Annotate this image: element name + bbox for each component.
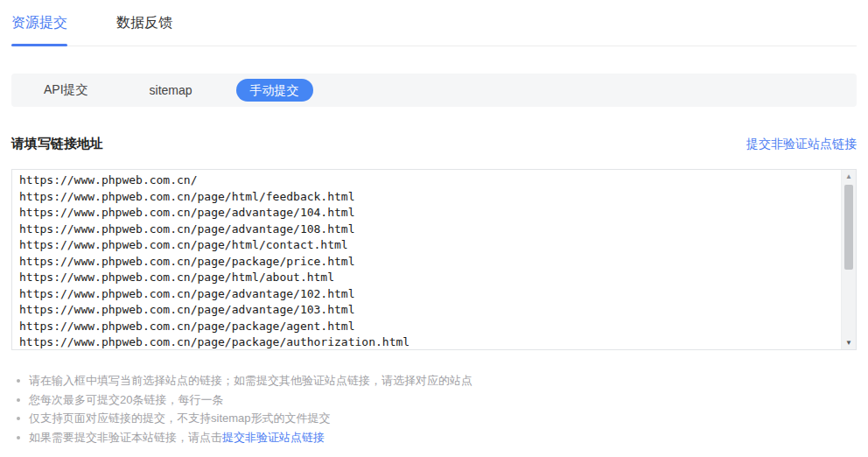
url-textarea[interactable]: https://www.phpweb.com.cn/ https://www.p… xyxy=(12,170,841,349)
scroll-down-icon[interactable]: ▼ xyxy=(842,339,856,347)
field-header: 请填写链接地址 提交非验证站点链接 xyxy=(11,136,857,152)
notes-list: 请在输入框中填写当前选择站点的链接；如需提交其他验证站点链接，请选择对应的站点 … xyxy=(11,371,857,446)
top-tab-bar: 资源提交 数据反馈 xyxy=(11,0,857,46)
note-text: 仅支持页面对应链接的提交，不支持sitemap形式的文件提交 xyxy=(29,409,331,428)
submit-method-bar: API提交 sitemap 手动提交 xyxy=(11,74,857,107)
scroll-up-icon[interactable]: ▲ xyxy=(842,172,856,180)
subtab-manual-submit[interactable]: 手动提交 xyxy=(236,79,313,102)
note-unverified-site-link[interactable]: 提交非验证站点链接 xyxy=(222,431,325,444)
content-container: 资源提交 数据反馈 API提交 sitemap 手动提交 请填写链接地址 提交非… xyxy=(11,0,857,446)
bullet-dot xyxy=(17,436,20,439)
note-text: 请在输入框中填写当前选择站点的链接；如需提交其他验证站点链接，请选择对应的站点 xyxy=(29,371,472,390)
section-title: 请填写链接地址 xyxy=(11,136,103,152)
note-item: 请在输入框中填写当前选择站点的链接；如需提交其他验证站点链接，请选择对应的站点 xyxy=(11,371,857,390)
note-item: 如果需要提交非验证本站链接，请点击提交非验证站点链接 xyxy=(11,428,857,447)
bullet-dot xyxy=(17,417,20,420)
note-text-prefix: 如果需要提交非验证本站链接，请点击 xyxy=(29,431,222,444)
scrollbar-thumb[interactable] xyxy=(844,185,853,270)
subtab-sitemap[interactable]: sitemap xyxy=(150,83,192,97)
tab-resource-submit[interactable]: 资源提交 xyxy=(11,14,67,46)
bullet-dot xyxy=(17,379,20,383)
subtab-api-submit[interactable]: API提交 xyxy=(44,82,88,98)
tab-data-feedback[interactable]: 数据反馈 xyxy=(116,14,172,46)
unverified-site-link[interactable]: 提交非验证站点链接 xyxy=(746,137,857,152)
link-input-box: https://www.phpweb.com.cn/ https://www.p… xyxy=(11,169,857,350)
note-text: 如果需要提交非验证本站链接，请点击提交非验证站点链接 xyxy=(29,428,325,447)
note-item: 仅支持页面对应链接的提交，不支持sitemap形式的文件提交 xyxy=(11,409,857,428)
note-item: 您每次最多可提交20条链接，每行一条 xyxy=(11,390,857,410)
note-text: 您每次最多可提交20条链接，每行一条 xyxy=(29,390,223,410)
scrollbar-track[interactable]: ▲ ▼ xyxy=(841,170,856,349)
bullet-dot xyxy=(17,398,20,402)
